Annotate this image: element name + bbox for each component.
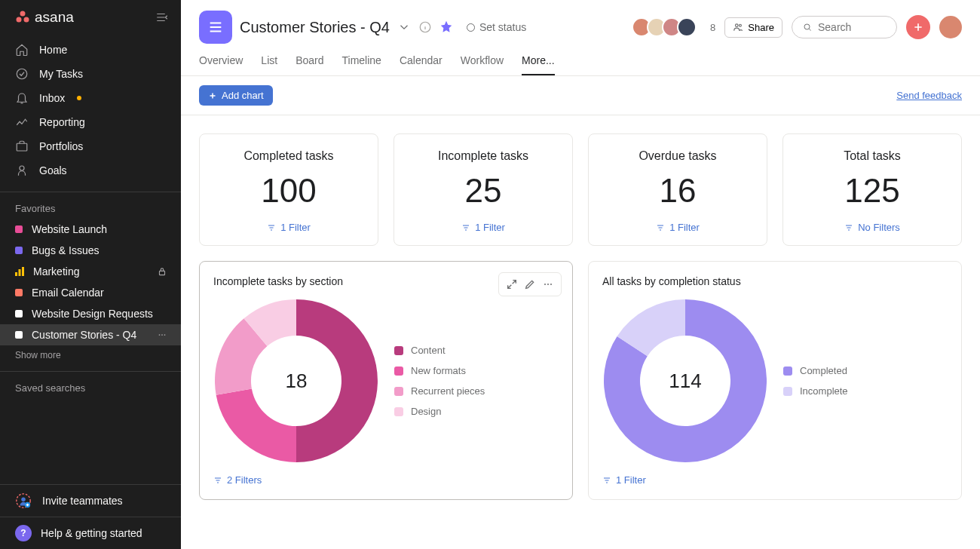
- chart-center-value: 18: [213, 298, 379, 464]
- member-avatars[interactable]: [636, 17, 697, 37]
- nav-goals[interactable]: Goals: [0, 158, 181, 182]
- legend-swatch: [394, 407, 403, 416]
- nav-my-tasks[interactable]: My Tasks: [0, 62, 181, 86]
- nav-label: My Tasks: [39, 68, 83, 80]
- stat-card[interactable]: Completed tasks1001 Filter: [199, 133, 378, 246]
- nav-portfolios[interactable]: Portfolios: [0, 134, 181, 158]
- project-color-icon: [15, 331, 23, 339]
- stat-filter[interactable]: No Filters: [844, 222, 900, 233]
- favorites-header: Favorites: [0, 192, 181, 219]
- goals-icon: [15, 164, 29, 177]
- svg-point-0: [20, 11, 26, 17]
- collapse-sidebar-icon[interactable]: [155, 11, 169, 24]
- favorite-item[interactable]: Website Launch: [0, 219, 181, 240]
- project-color-icon: [15, 310, 23, 317]
- nav-label: Inbox: [39, 92, 65, 104]
- favorite-item[interactable]: Customer Stories - Q4: [0, 324, 181, 345]
- star-icon[interactable]: [439, 20, 453, 34]
- bell-icon: [15, 91, 29, 105]
- add-chart-label: Add chart: [222, 90, 264, 101]
- add-button[interactable]: [906, 15, 930, 39]
- saved-searches-header[interactable]: Saved searches: [0, 372, 181, 398]
- tab-calendar[interactable]: Calendar: [400, 54, 443, 75]
- tab-list[interactable]: List: [261, 54, 277, 75]
- nav-home[interactable]: Home: [0, 38, 181, 62]
- favorite-item[interactable]: Website Design Requests: [0, 303, 181, 324]
- nav-label: Reporting: [39, 116, 85, 128]
- expand-icon[interactable]: [504, 276, 520, 293]
- legend-item: Content: [394, 345, 485, 356]
- favorite-item[interactable]: Marketing: [0, 261, 181, 282]
- chevron-down-icon[interactable]: [397, 20, 411, 34]
- svg-rect-9: [160, 271, 165, 274]
- nav-label: Home: [39, 44, 67, 56]
- project-icon: [199, 11, 232, 44]
- tab-workflow[interactable]: Workflow: [461, 54, 504, 75]
- svg-point-1: [17, 17, 22, 23]
- legend-label: Recurrent pieces: [411, 385, 485, 397]
- chart-filter[interactable]: 2 Filters: [213, 474, 559, 486]
- tab-overview[interactable]: Overview: [199, 54, 243, 75]
- tab-timeline[interactable]: Timeline: [342, 54, 381, 75]
- svg-point-3: [17, 69, 27, 79]
- share-button[interactable]: Share: [724, 17, 782, 38]
- legend-swatch: [394, 346, 403, 355]
- help-label: Help & getting started: [41, 527, 142, 539]
- favorite-item[interactable]: Email Calendar: [0, 282, 181, 303]
- invite-label: Invite teammates: [42, 495, 123, 507]
- stat-card[interactable]: Overdue tasks161 Filter: [588, 133, 767, 246]
- tab-more[interactable]: More...: [522, 54, 555, 75]
- stat-value: 125: [844, 172, 899, 210]
- send-feedback-link[interactable]: Send feedback: [896, 90, 962, 101]
- favorite-label: Website Design Requests: [32, 308, 153, 320]
- legend-item: Recurrent pieces: [394, 385, 485, 397]
- legend-swatch: [394, 387, 403, 396]
- search-input[interactable]: [818, 21, 886, 33]
- svg-point-14: [21, 497, 26, 501]
- invite-icon: [15, 492, 32, 509]
- chart-filter[interactable]: 1 Filter: [602, 474, 948, 486]
- nav-inbox[interactable]: Inbox: [0, 86, 181, 110]
- stat-filter[interactable]: 1 Filter: [267, 222, 311, 233]
- svg-point-18: [740, 24, 742, 26]
- invite-teammates[interactable]: Invite teammates: [0, 484, 181, 517]
- favorite-item[interactable]: Bugs & Issues: [0, 240, 181, 261]
- member-count: 8: [710, 22, 715, 33]
- logo[interactable]: asana: [15, 9, 74, 26]
- logo-icon: [15, 10, 30, 25]
- chart-card[interactable]: All tasks by completion status114Complet…: [588, 261, 962, 500]
- svg-point-19: [804, 24, 810, 29]
- more-icon[interactable]: [540, 276, 556, 293]
- search-box[interactable]: [792, 16, 897, 38]
- add-chart-button[interactable]: Add chart: [199, 85, 273, 106]
- nav-reporting[interactable]: Reporting: [0, 110, 181, 134]
- favorite-label: Customer Stories - Q4: [32, 329, 136, 341]
- stat-card[interactable]: Total tasks125No Filters: [782, 133, 962, 246]
- legend-label: Design: [411, 406, 441, 417]
- set-status[interactable]: Set status: [467, 21, 526, 33]
- stat-card[interactable]: Incomplete tasks251 Filter: [394, 133, 573, 246]
- more-icon[interactable]: [157, 330, 167, 340]
- legend-swatch: [394, 367, 403, 376]
- user-avatar[interactable]: [939, 16, 962, 38]
- bars-icon: [15, 267, 24, 276]
- edit-icon[interactable]: [522, 276, 538, 293]
- info-icon[interactable]: [418, 20, 432, 34]
- stat-title: Total tasks: [844, 149, 901, 163]
- filter-icon: [461, 223, 470, 232]
- search-icon: [803, 21, 812, 33]
- stat-value: 16: [660, 172, 697, 210]
- chart-card[interactable]: Incomplete tasks by section18ContentNew …: [199, 261, 573, 500]
- help[interactable]: ? Help & getting started: [0, 517, 181, 549]
- legend-item: Design: [394, 406, 485, 417]
- svg-rect-7: [19, 269, 21, 276]
- stat-filter[interactable]: 1 Filter: [656, 222, 700, 233]
- show-more[interactable]: Show more: [0, 345, 181, 365]
- legend-label: Content: [411, 345, 446, 356]
- tab-board[interactable]: Board: [296, 54, 323, 75]
- svg-rect-4: [17, 143, 27, 151]
- svg-point-20: [544, 284, 546, 285]
- plus-icon: [912, 21, 924, 33]
- stat-filter[interactable]: 1 Filter: [461, 222, 505, 233]
- project-color-icon: [15, 225, 23, 233]
